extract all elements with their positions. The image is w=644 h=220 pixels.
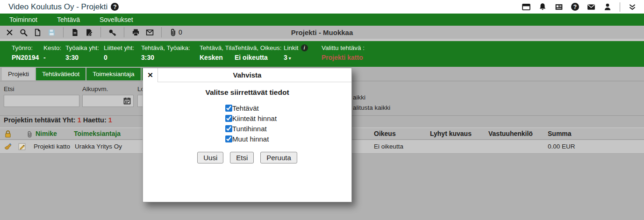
print-icon[interactable]	[132, 28, 140, 36]
filter-etsi: Etsi	[4, 85, 79, 107]
field-value: -	[43, 54, 61, 61]
etsi-button[interactable]: Etsi	[230, 152, 254, 163]
checkbox-label: Tehtävät	[232, 104, 259, 112]
muut-hinnat-checkbox[interactable]	[225, 135, 232, 142]
attachment-icon	[169, 28, 177, 36]
field-label: Tehtävä, Oikeus:	[235, 44, 282, 51]
cell-toimeksiantaja: Urakka Yritys Oy	[75, 143, 122, 150]
attachments-group[interactable]: 0	[169, 28, 182, 36]
checkbox-row-tuntihinnat: Tuntihinnat	[225, 123, 351, 134]
cell-nimike: Projekti katto	[34, 143, 70, 150]
field-linkit: Linkit i 3▾	[284, 44, 308, 61]
results-found-label: Haettu:	[83, 116, 107, 124]
new-file-icon[interactable]	[34, 28, 42, 36]
cell-oikeus: Ei oikeutta	[374, 143, 403, 150]
field-value: 0	[104, 54, 134, 61]
col-vastuuhenkilo[interactable]: Vastuuhenkilö	[488, 130, 533, 137]
title-bar: Video Koulutus Oy - Projekti ? ?	[0, 0, 644, 14]
linkit-label: Linkit	[284, 44, 299, 51]
edit-document-icon[interactable]	[85, 28, 93, 36]
col-nimike[interactable]: Nimike	[36, 130, 57, 137]
caret-down-icon: ▾	[289, 56, 291, 61]
field-label: Kesto:	[43, 44, 61, 51]
field-value: 3:30	[65, 54, 99, 61]
field-label: Valittu tehtävä :	[322, 44, 365, 51]
help-icon[interactable]: ?	[571, 3, 579, 11]
col-summa[interactable]: Summa	[548, 130, 572, 137]
field-label: Työnro:	[12, 44, 39, 51]
field-kesto: Kesto: -	[43, 44, 61, 61]
menu-sovellukset[interactable]: Sovellukset	[100, 16, 133, 23]
checkbox-label: Muut hinnat	[232, 135, 269, 143]
edit-pencil-icon[interactable]	[18, 142, 26, 151]
field-tehtava-tyoaika: Tehtävä, Työaika: 3:30	[141, 44, 190, 61]
field-tyonro: Työnro: PN20194	[12, 44, 39, 61]
toolbar-title: Projekti - Muokkaa	[0, 28, 644, 36]
window-icon[interactable]	[522, 3, 530, 11]
kiinteat-hinnat-checkbox[interactable]	[225, 115, 232, 122]
results-found: 1	[108, 116, 112, 124]
field-tehtava-tila: Tehtävä, Tila: Kesken	[200, 44, 237, 61]
hidden-label-fragment: aikki	[353, 94, 365, 101]
dialog-subtitle: Valitse siirrettävät tiedot	[143, 88, 351, 97]
hand-icon[interactable]	[4, 142, 12, 151]
calendar-icon	[123, 97, 131, 105]
selected-task-value: Projekti katto	[322, 54, 365, 61]
dialog-button-row: Uusi Etsi Peruuta	[143, 152, 351, 163]
col-oikeus[interactable]: Oikeus	[374, 130, 396, 137]
field-value: PN20194	[12, 54, 39, 61]
vahvista-dialog: ✕ Vahvista Valitse siirrettävät tiedot T…	[143, 68, 352, 202]
col-lyhyt-kuvaus[interactable]: Lyhyt kuvaus	[430, 130, 472, 137]
tehtavat-checkbox[interactable]	[225, 105, 232, 112]
attachment-count: 0	[179, 28, 182, 36]
title-help-icon[interactable]: ?	[111, 3, 119, 11]
tab-projekti[interactable]: Projekti	[2, 68, 35, 80]
field-tyoaika-yht: Työaika yht: 3:30	[65, 44, 99, 61]
cell-summa: 0.00 EUR	[548, 143, 575, 150]
chevrons-down-icon[interactable]	[628, 3, 637, 11]
hidden-label-fragment: alitusta kaikki	[353, 104, 390, 111]
mail-outline-icon[interactable]	[146, 28, 154, 36]
toolbar-separator	[63, 27, 64, 37]
document-icon[interactable]	[71, 28, 79, 36]
user-icon[interactable]	[603, 3, 612, 11]
info-bar: Työnro: PN20194 Kesto: - Työaika yht: 3:…	[0, 41, 644, 67]
field-liitteet-yht: Liitteet yht: 0	[104, 44, 134, 61]
bell-icon[interactable]	[538, 3, 547, 11]
menu-bar: Toiminnot Tehtävä Sovellukset	[0, 14, 644, 26]
uusi-button[interactable]: Uusi	[197, 152, 223, 163]
checkbox-row-muut-hinnat: Muut hinnat	[225, 134, 351, 144]
search-icon[interactable]	[20, 28, 28, 36]
linkit-count: 3	[284, 54, 287, 61]
etsi-input[interactable]	[4, 95, 79, 107]
dialog-title: Vahvista	[158, 68, 336, 82]
tab-tehtavatiedot[interactable]: Tehtävätiedot	[36, 68, 86, 80]
menu-tehtava[interactable]: Tehtävä	[57, 16, 80, 23]
dialog-close-icon[interactable]: ✕	[143, 68, 158, 82]
tuntihinnat-checkbox[interactable]	[225, 125, 232, 132]
app-window: Video Koulutus Oy - Projekti ? ? Toiminn…	[0, 0, 644, 220]
field-tehtava-oikeus: Tehtävä, Oikeus: Ei oikeutta	[235, 44, 282, 61]
news-icon[interactable]	[555, 3, 563, 11]
linkit-dropdown[interactable]: 3▾	[284, 54, 308, 61]
peruuta-button[interactable]: Peruuta	[260, 152, 297, 163]
close-icon[interactable]	[6, 28, 14, 36]
field-valittu-tehtava: Valittu tehtävä : Projekti katto	[322, 44, 365, 61]
calendar-button[interactable]	[122, 96, 133, 106]
paperclip-icon	[26, 131, 33, 138]
field-value: Kesken	[200, 54, 237, 61]
col-toimeksiantaja[interactable]: Toimeksiantaja	[74, 130, 121, 137]
filter-alkupvm: Alkupvm.	[82, 85, 134, 107]
toolbar: 0 Projekti - Muokkaa	[0, 26, 644, 39]
menu-toiminnot[interactable]: Toiminnot	[9, 16, 37, 23]
toolbar-separator	[161, 27, 162, 37]
key-icon[interactable]	[108, 28, 116, 36]
results-summary: Projektin tehtävät Yht: 1 Haettu: 1	[4, 116, 112, 124]
field-label: Tehtävä, Tila:	[200, 44, 237, 51]
field-label: Liitteet yht:	[104, 44, 134, 51]
field-value: Ei oikeutta	[235, 54, 282, 61]
tab-toimeksiantaja[interactable]: Toimeksiantaja	[86, 68, 140, 80]
mail-icon[interactable]	[587, 3, 595, 11]
info-circle-icon[interactable]: i	[301, 44, 308, 51]
field-value: 3:30	[141, 54, 190, 61]
